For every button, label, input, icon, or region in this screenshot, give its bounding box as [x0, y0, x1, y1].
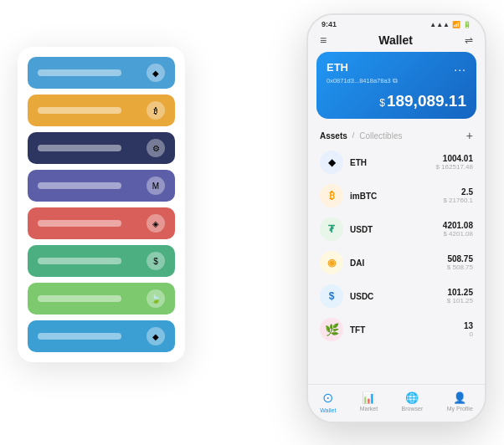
asset-icon-imbtc: ₿	[320, 184, 343, 207]
asset-amounts-dai: 508.75 $ 508.75	[447, 254, 473, 271]
asset-icon-eth: ◆	[320, 151, 343, 174]
bottom-nav: ⊙ Wallet 📊 Market 🌐 Browser 👤 My Profile	[308, 384, 485, 422]
asset-amount-usdc: 101.25	[447, 288, 473, 297]
phone-header: ≡ Wallet ⇌	[308, 30, 485, 52]
asset-icon-usdc: $	[320, 284, 343, 308]
card-item-7[interactable]: 🍃	[28, 283, 175, 315]
card-icon-5: ◈	[147, 214, 165, 233]
asset-amount-usdt: 4201.08	[443, 221, 473, 230]
card-line-5	[38, 220, 121, 227]
balance-amount: 189,089.11	[387, 92, 466, 110]
asset-row-imbtc[interactable]: ₿ imBTC 2.5 $ 21760.1	[313, 179, 480, 212]
asset-name-eth: ETH	[350, 158, 436, 167]
nav-wallet[interactable]: ⊙ Wallet	[320, 390, 336, 413]
tab-assets[interactable]: Assets	[320, 131, 347, 141]
card-icon-6: $	[147, 252, 165, 270]
signal-icon: ▲▲▲	[429, 21, 450, 28]
card-item-5[interactable]: ◈	[28, 207, 175, 239]
asset-name-tft: TFT	[350, 325, 464, 335]
asset-usd-usdc: $ 101.25	[447, 297, 473, 304]
asset-amount-tft: 13	[464, 321, 473, 330]
card-icon-1: ◆	[147, 64, 165, 82]
eth-card-address: 0x0871d3...8418a78a3 ⧉	[327, 77, 466, 85]
tab-divider: /	[352, 131, 355, 140]
browser-nav-icon: 🌐	[405, 391, 419, 404]
asset-amounts-usdt: 4201.08 $ 4201.08	[443, 221, 473, 238]
nav-label-wallet: Wallet	[320, 407, 336, 413]
page-title: Wallet	[378, 33, 413, 47]
nav-profile[interactable]: 👤 My Profile	[447, 391, 473, 412]
card-item-4[interactable]: M	[28, 170, 175, 202]
status-time: 9:41	[321, 20, 337, 28]
eth-card-header: ETH ...	[327, 60, 466, 74]
asset-row-eth[interactable]: ◆ ETH 1004.01 $ 162517.48	[313, 146, 480, 179]
card-icon-4: M	[147, 176, 165, 195]
asset-row-usdt[interactable]: ₮ USDT 4201.08 $ 4201.08	[313, 212, 480, 246]
eth-card-menu[interactable]: ...	[454, 60, 466, 74]
asset-usd-usdt: $ 4201.08	[443, 230, 473, 238]
scene: ◆ ₿ ⚙ M ◈ $ 🍃 ◆	[18, 13, 486, 432]
asset-icon-tft: 🌿	[320, 318, 343, 341]
card-line-6	[38, 258, 121, 264]
nav-label-profile: My Profile	[447, 406, 473, 412]
asset-amounts-eth: 1004.01 $ 162517.48	[436, 154, 474, 171]
asset-usd-imbtc: $ 21760.1	[443, 197, 473, 204]
card-item-8[interactable]: ◆	[28, 320, 175, 352]
asset-icon-usdt: ₮	[320, 217, 343, 241]
eth-card[interactable]: ETH ... 0x0871d3...8418a78a3 ⧉ $189,089.…	[316, 52, 476, 119]
card-icon-7: 🍃	[147, 289, 165, 308]
asset-amounts-usdc: 101.25 $ 101.25	[447, 288, 473, 304]
asset-usd-eth: $ 162517.48	[436, 163, 474, 171]
eth-card-title: ETH	[327, 61, 348, 74]
nav-label-market: Market	[360, 406, 378, 412]
nav-market[interactable]: 📊 Market	[360, 391, 378, 412]
wifi-icon: 📶	[452, 21, 460, 28]
asset-amounts-tft: 13 0	[464, 321, 473, 338]
card-item-2[interactable]: ₿	[28, 95, 175, 126]
asset-row-usdc[interactable]: $ USDC 101.25 $ 101.25	[313, 279, 480, 313]
assets-header: Assets / Collectibles +	[308, 125, 485, 146]
profile-nav-icon: 👤	[453, 391, 466, 404]
status-bar: 9:41 ▲▲▲ 📶 🔋	[308, 15, 485, 30]
card-stack: ◆ ₿ ⚙ M ◈ $ 🍃 ◆	[18, 47, 185, 362]
asset-name-usdc: USDC	[350, 292, 447, 301]
card-line-7	[38, 295, 121, 302]
dollar-sign: $	[379, 97, 385, 109]
card-icon-3: ⚙	[147, 139, 165, 157]
card-line-8	[38, 333, 121, 340]
asset-amount-eth: 1004.01	[436, 154, 474, 163]
asset-usd-tft: 0	[464, 330, 473, 338]
assets-tabs: Assets / Collectibles	[320, 131, 402, 141]
card-line-3	[38, 145, 121, 151]
add-asset-button[interactable]: +	[466, 129, 473, 142]
battery-icon: 🔋	[463, 21, 471, 28]
asset-amounts-imbtc: 2.5 $ 21760.1	[443, 187, 473, 204]
menu-icon[interactable]: ≡	[320, 33, 327, 47]
phone-mockup: 9:41 ▲▲▲ 📶 🔋 ≡ Wallet ⇌ ETH ... 0x0871d3…	[306, 13, 486, 423]
asset-list: ◆ ETH 1004.01 $ 162517.48 ₿ imBTC 2.5 $ …	[308, 146, 485, 384]
card-icon-2: ₿	[147, 101, 165, 120]
asset-icon-dai: ◉	[320, 251, 343, 274]
card-item-6[interactable]: $	[28, 245, 175, 277]
asset-usd-dai: $ 508.75	[447, 263, 473, 271]
expand-icon[interactable]: ⇌	[465, 34, 473, 46]
market-nav-icon: 📊	[362, 391, 375, 404]
card-icon-8: ◆	[147, 327, 165, 345]
asset-row-tft[interactable]: 🌿 TFT 13 0	[313, 313, 480, 346]
asset-row-dai[interactable]: ◉ DAI 508.75 $ 508.75	[313, 246, 480, 279]
wallet-nav-icon: ⊙	[322, 390, 333, 406]
card-item-1[interactable]: ◆	[28, 57, 175, 89]
card-item-3[interactable]: ⚙	[28, 132, 175, 164]
eth-card-balance: $189,089.11	[327, 92, 466, 110]
status-icons: ▲▲▲ 📶 🔋	[429, 21, 471, 28]
nav-label-browser: Browser	[402, 406, 424, 412]
card-line-2	[38, 107, 121, 114]
asset-amount-dai: 508.75	[447, 254, 473, 263]
asset-name-usdt: USDT	[350, 225, 443, 234]
asset-name-dai: DAI	[350, 258, 447, 268]
tab-collectibles[interactable]: Collectibles	[359, 131, 402, 141]
card-line-4	[38, 182, 121, 189]
asset-name-imbtc: imBTC	[350, 192, 443, 201]
asset-amount-imbtc: 2.5	[443, 187, 473, 197]
nav-browser[interactable]: 🌐 Browser	[402, 391, 424, 412]
